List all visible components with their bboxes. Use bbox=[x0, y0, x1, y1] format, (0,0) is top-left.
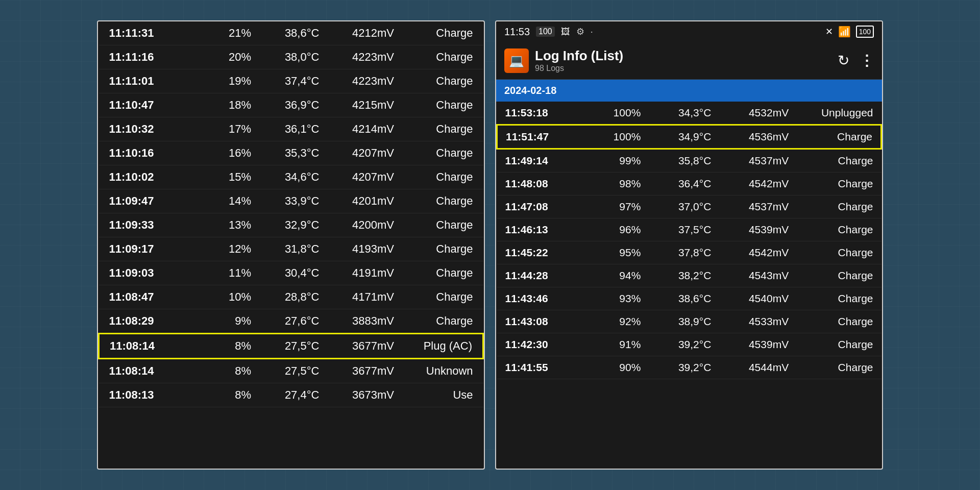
pct-cell: 11% bbox=[208, 261, 255, 285]
mv-cell: 4536mV bbox=[715, 125, 793, 149]
mv-cell: 3677mV bbox=[323, 334, 398, 359]
time-cell: 11:11:16 bbox=[99, 45, 208, 69]
temp-cell: 34,9°C bbox=[645, 125, 715, 149]
app-header-right: ↻ ⋮ bbox=[838, 52, 874, 69]
mv-cell: 3673mV bbox=[323, 383, 398, 407]
mv-cell: 4207mV bbox=[323, 165, 398, 189]
table-row[interactable]: 11:46:13 96% 37,5°C 4539mV Charge bbox=[497, 218, 881, 241]
time-cell: 11:08:14 bbox=[99, 334, 208, 359]
table-row[interactable]: 11:47:08 97% 37,0°C 4537mV Charge bbox=[497, 195, 881, 218]
gear-icon[interactable]: ⚙ bbox=[576, 26, 584, 37]
time-cell: 11:49:14 bbox=[497, 149, 596, 173]
temp-cell: 38,9°C bbox=[645, 310, 715, 333]
table-row[interactable]: 11:41:55 90% 39,2°C 4544mV Charge bbox=[497, 356, 881, 379]
mv-cell: 4537mV bbox=[715, 195, 793, 218]
table-row[interactable]: 11:08:13 8% 27,4°C 3673mV Use bbox=[99, 383, 483, 407]
table-row[interactable]: 11:45:22 95% 37,8°C 4542mV Charge bbox=[497, 241, 881, 264]
temp-cell: 36,4°C bbox=[645, 173, 715, 195]
status-cell: Charge bbox=[398, 141, 483, 165]
time-cell: 11:08:47 bbox=[99, 285, 208, 309]
table-row[interactable]: 11:09:47 14% 33,9°C 4201mV Charge bbox=[99, 189, 483, 213]
status-cell: Charge bbox=[398, 165, 483, 189]
refresh-button[interactable]: ↻ bbox=[838, 52, 849, 69]
temp-cell: 38,2°C bbox=[645, 264, 715, 287]
table-row[interactable]: 11:43:08 92% 38,9°C 4533mV Charge bbox=[497, 310, 881, 333]
left-log-panel: 11:11:31 21% 38,6°C 4212mV Charge 11:11:… bbox=[97, 20, 485, 470]
table-row[interactable]: 11:08:47 10% 28,8°C 4171mV Charge bbox=[99, 285, 483, 309]
more-button[interactable]: ⋮ bbox=[860, 52, 874, 69]
mv-cell: 4539mV bbox=[715, 218, 793, 241]
table-row[interactable]: 11:53:18 100% 34,3°C 4532mV Unplugged bbox=[497, 102, 881, 125]
table-row[interactable]: 11:10:02 15% 34,6°C 4207mV Charge bbox=[99, 165, 483, 189]
time-cell: 11:42:30 bbox=[497, 333, 596, 356]
mv-cell: 4544mV bbox=[715, 356, 793, 379]
status-cell: Unplugged bbox=[793, 102, 881, 125]
table-row[interactable]: 11:10:32 17% 36,1°C 4214mV Charge bbox=[99, 117, 483, 141]
temp-cell: 30,4°C bbox=[255, 261, 323, 285]
status-cell: Charge bbox=[398, 213, 483, 237]
table-row[interactable]: 11:08:14 8% 27,5°C 3677mV Plug (AC) bbox=[99, 334, 483, 359]
table-row[interactable]: 11:48:08 98% 36,4°C 4542mV Charge bbox=[497, 173, 881, 195]
pct-cell: 18% bbox=[208, 93, 255, 117]
temp-cell: 27,5°C bbox=[255, 334, 323, 359]
temp-cell: 34,6°C bbox=[255, 165, 323, 189]
time-cell: 11:09:03 bbox=[99, 261, 208, 285]
table-row[interactable]: 11:10:47 18% 36,9°C 4215mV Charge bbox=[99, 93, 483, 117]
status-cell: Charge bbox=[398, 309, 483, 334]
temp-cell: 33,9°C bbox=[255, 189, 323, 213]
time-cell: 11:09:17 bbox=[99, 237, 208, 261]
mv-cell: 4543mV bbox=[715, 264, 793, 287]
status-time: 11:53 bbox=[504, 26, 530, 38]
temp-cell: 28,8°C bbox=[255, 285, 323, 309]
table-row[interactable]: 11:11:01 19% 37,4°C 4223mV Charge bbox=[99, 69, 483, 93]
pct-cell: 97% bbox=[596, 195, 645, 218]
table-row[interactable]: 11:10:16 16% 35,3°C 4207mV Charge bbox=[99, 141, 483, 165]
time-cell: 11:10:16 bbox=[99, 141, 208, 165]
status-cell: Plug (AC) bbox=[398, 334, 483, 359]
mv-cell: 4207mV bbox=[323, 141, 398, 165]
pct-cell: 9% bbox=[208, 309, 255, 334]
table-row[interactable]: 11:51:47 100% 34,9°C 4536mV Charge bbox=[497, 125, 881, 149]
mv-cell: 3883mV bbox=[323, 309, 398, 334]
time-cell: 11:11:01 bbox=[99, 69, 208, 93]
status-cell: Charge bbox=[398, 261, 483, 285]
mv-cell: 4540mV bbox=[715, 287, 793, 310]
status-cell: Charge bbox=[793, 218, 881, 241]
pct-cell: 14% bbox=[208, 189, 255, 213]
status-cell: Charge bbox=[793, 310, 881, 333]
temp-cell: 39,2°C bbox=[645, 333, 715, 356]
pct-cell: 8% bbox=[208, 359, 255, 383]
table-row[interactable]: 11:09:03 11% 30,4°C 4191mV Charge bbox=[99, 261, 483, 285]
table-row[interactable]: 11:09:33 13% 32,9°C 4200mV Charge bbox=[99, 213, 483, 237]
status-cell: Charge bbox=[793, 287, 881, 310]
pct-cell: 99% bbox=[596, 149, 645, 173]
table-row[interactable]: 11:08:14 8% 27,5°C 3677mV Unknown bbox=[99, 359, 483, 383]
time-cell: 11:46:13 bbox=[497, 218, 596, 241]
table-row[interactable]: 11:11:31 21% 38,6°C 4212mV Charge bbox=[99, 21, 483, 45]
status-cell: Charge bbox=[793, 333, 881, 356]
status-bar: 11:53 100 🖼 ⚙ · ✕ 📶 100 bbox=[496, 21, 882, 42]
status-cell: Charge bbox=[398, 189, 483, 213]
table-row[interactable]: 11:43:46 93% 38,6°C 4540mV Charge bbox=[497, 287, 881, 310]
battery-level: 100 bbox=[859, 28, 871, 36]
mv-cell: 4193mV bbox=[323, 237, 398, 261]
table-row[interactable]: 11:44:28 94% 38,2°C 4543mV Charge bbox=[497, 264, 881, 287]
pct-cell: 8% bbox=[208, 334, 255, 359]
right-scroll-content[interactable]: 11:53:18 100% 34,3°C 4532mV Unplugged 11… bbox=[496, 102, 882, 469]
pct-cell: 93% bbox=[596, 287, 645, 310]
table-row[interactable]: 11:49:14 99% 35,8°C 4537mV Charge bbox=[497, 149, 881, 173]
app-title-block: Log Info (List) 98 Logs bbox=[535, 48, 623, 73]
table-row[interactable]: 11:08:29 9% 27,6°C 3883mV Charge bbox=[99, 309, 483, 334]
status-cell: Use bbox=[398, 383, 483, 407]
table-row[interactable]: 11:09:17 12% 31,8°C 4193mV Charge bbox=[99, 237, 483, 261]
pct-cell: 10% bbox=[208, 285, 255, 309]
status-cell: Charge bbox=[793, 149, 881, 173]
table-row[interactable]: 11:11:16 20% 38,0°C 4223mV Charge bbox=[99, 45, 483, 69]
status-pct-badge: 100 bbox=[536, 27, 555, 37]
table-row[interactable]: 11:42:30 91% 39,2°C 4539mV Charge bbox=[497, 333, 881, 356]
status-bar-right: ✕ 📶 100 bbox=[825, 26, 874, 38]
time-cell: 11:08:14 bbox=[99, 359, 208, 383]
wifi-icon: 📶 bbox=[838, 26, 851, 38]
pct-cell: 100% bbox=[596, 125, 645, 149]
pct-cell: 98% bbox=[596, 173, 645, 195]
